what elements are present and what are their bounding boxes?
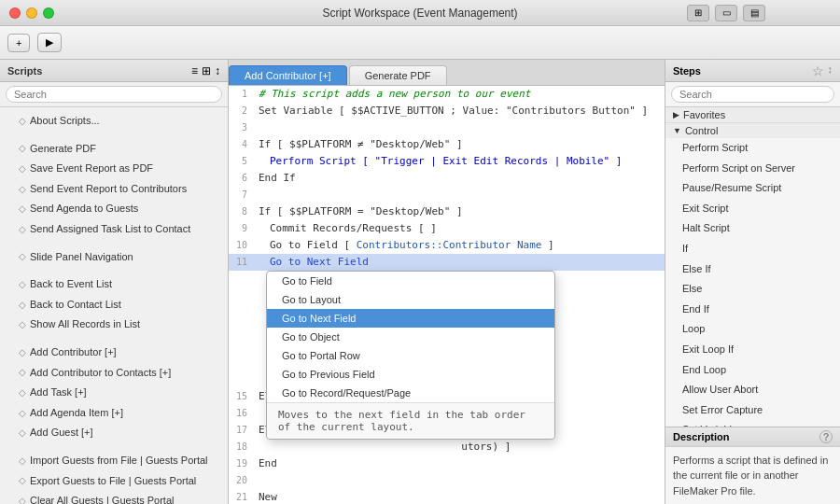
script-icon: ◇ (19, 454, 26, 469)
goto-dropdown[interactable]: Go to Field Go to Layout Go to Next Fiel… (266, 271, 555, 440)
sidebar-item-label: Clear All Guests | Guests Portal (30, 493, 174, 504)
steps-item-perform-script[interactable]: Perform Script (665, 138, 840, 159)
script-icon: ◇ (19, 406, 26, 421)
sidebar-item-send-task[interactable]: ◇ Send Assigned Task List to Contact (0, 219, 228, 240)
script-icon: ◇ (19, 141, 26, 156)
view-icon-3[interactable]: ▤ (743, 5, 765, 21)
sidebar-item-label: Save Event Report as PDF (30, 161, 153, 177)
steps-header-icons: ☆ ↕ (812, 63, 833, 78)
help-icon[interactable]: ? (819, 430, 833, 443)
sort-icon: ↕ (215, 64, 220, 77)
sidebar-item-label: Show All Records in List (30, 316, 140, 333)
sidebar-item-about-scripts[interactable]: ◇ About Scripts... (0, 111, 228, 132)
script-icon: ◇ (19, 426, 26, 441)
sidebar-item-generate-pdf[interactable]: ◇ Generate PDF (0, 139, 228, 160)
sidebar-item-clear-guests[interactable]: ◇ Clear All Guests | Guests Portal (0, 491, 228, 504)
sidebar-item-label: Back to Contact List (30, 297, 121, 314)
sidebar-header-icons: ≡ ⊞ ↕ (191, 64, 220, 77)
sidebar-item-label: About Scripts... (30, 113, 100, 130)
sidebar-item-add-agenda[interactable]: ◇ Add Agenda Item [+] (0, 403, 228, 424)
code-container[interactable]: 1 # This script adds a new person to our… (229, 86, 665, 504)
sidebar-search-input[interactable] (6, 86, 222, 103)
steps-list: ▶ Favorites ▼ Control Perform Script Per… (665, 107, 840, 427)
code-line-11[interactable]: 11 Go to Next Field (229, 254, 665, 271)
add-script-button[interactable]: + (7, 34, 30, 52)
favorites-arrow: ▶ (673, 110, 679, 119)
code-line-2: 2 Set Variable [ $$ACTIVE_BUTTON ; Value… (229, 103, 665, 119)
titlebar-actions: ⊞ ▭ ▤ (687, 5, 765, 21)
script-icon: ◇ (19, 473, 26, 488)
steps-item-else-if[interactable]: Else If (665, 259, 840, 280)
steps-search-input[interactable] (671, 86, 834, 103)
script-icon: ◇ (19, 298, 26, 313)
window-controls (9, 7, 54, 19)
maximize-button[interactable] (43, 7, 54, 19)
script-icon: ◇ (19, 365, 26, 380)
steps-section-favorites-header[interactable]: ▶ Favorites (665, 107, 840, 122)
sidebar-item-label: Add Contributor [+] (30, 344, 117, 361)
view-icon-2[interactable]: ▭ (715, 5, 737, 21)
steps-item-loop[interactable]: Loop (665, 319, 840, 340)
sidebar-item-add-contributor-contacts[interactable]: ◇ Add Contributor to Contacts [+] (0, 363, 228, 384)
list-icon: ≡ (191, 64, 198, 77)
steps-section-control-header[interactable]: ▼ Control (665, 123, 840, 138)
sidebar-item-add-task[interactable]: ◇ Add Task [+] (0, 383, 228, 403)
sidebar-item-show-all[interactable]: ◇ Show All Records in List (0, 315, 228, 335)
tab-label-add-contributor: Add Contributor [+] (245, 70, 331, 81)
editor-area: Add Contributor [+] Generate PDF 1 # Thi… (229, 60, 665, 504)
sidebar-item-back-contact[interactable]: ◇ Back to Contact List (0, 295, 228, 315)
sidebar-item-send-agenda[interactable]: ◇ Send Agenda to Guests (0, 199, 228, 219)
steps-item-if[interactable]: If (665, 239, 840, 259)
sidebar-item-export-guests[interactable]: ◇ Export Guests to File | Guests Portal (0, 471, 228, 492)
dropdown-item-goto-field[interactable]: Go to Field (267, 272, 554, 290)
minimize-button[interactable] (26, 7, 37, 19)
tab-generate-pdf[interactable]: Generate PDF (349, 65, 447, 85)
steps-item-pause-resume[interactable]: Pause/Resume Script (665, 178, 840, 199)
steps-item-allow-user-abort[interactable]: Allow User Abort (665, 380, 840, 400)
favorites-label: Favorites (683, 109, 725, 120)
dropdown-item-goto-object[interactable]: Go to Object (267, 328, 554, 346)
dropdown-item-goto-layout[interactable]: Go to Layout (267, 290, 554, 309)
tab-label-generate-pdf: Generate PDF (365, 70, 431, 81)
close-button[interactable] (9, 7, 21, 19)
script-icon: ◇ (19, 222, 26, 237)
sidebar-search-container (0, 82, 228, 107)
control-arrow: ▼ (673, 126, 681, 135)
steps-item-perform-script-server[interactable]: Perform Script on Server (665, 159, 840, 179)
script-icon-about: ◇ (19, 114, 26, 129)
sidebar-item-back-event[interactable]: ◇ Back to Event List (0, 274, 228, 295)
dropdown-item-goto-record[interactable]: Go to Record/Request/Page (267, 384, 554, 402)
sidebar-item-slide-panel[interactable]: ◇ Slide Panel Navigation (0, 247, 228, 268)
tab-add-contributor[interactable]: Add Contributor [+] (229, 65, 347, 85)
code-line-8: 8 If [ $$PLATFORM = "Desktop/Web" ] (229, 203, 665, 220)
run-script-button[interactable]: ▶ (37, 33, 62, 52)
code-line-7: 7 (229, 187, 665, 203)
toolbar: + ▶ (0, 26, 840, 60)
steps-panel: Steps ☆ ↕ ▶ Favorites ▼ Control (665, 60, 840, 504)
steps-item-exit-script[interactable]: Exit Script (665, 199, 840, 219)
steps-item-halt-script[interactable]: Halt Script (665, 218, 840, 239)
code-line-3: 3 (229, 119, 665, 136)
sidebar-item-save-report[interactable]: ◇ Save Event Report as PDF (0, 159, 228, 179)
script-icon: ◇ (19, 182, 26, 197)
steps-item-end-if[interactable]: End If (665, 300, 840, 320)
dropdown-item-goto-prev-field[interactable]: Go to Previous Field (267, 365, 554, 384)
sidebar-item-label: Back to Event List (30, 276, 112, 293)
script-icon: ◇ (19, 494, 26, 504)
sidebar-list: ◇ About Scripts... ◇ Generate PDF ◇ Save… (0, 107, 228, 504)
view-icon-1[interactable]: ⊞ (687, 5, 709, 21)
steps-item-set-error-capture[interactable]: Set Error Capture (665, 400, 840, 421)
steps-item-exit-loop-if[interactable]: Exit Loop If (665, 340, 840, 360)
sidebar-item-add-guest[interactable]: ◇ Add Guest [+] (0, 423, 228, 443)
sidebar-item-send-report[interactable]: ◇ Send Event Report to Contributors (0, 179, 228, 200)
sidebar-item-label: Send Event Report to Contributors (30, 181, 187, 198)
dropdown-item-goto-next-field[interactable]: Go to Next Field (267, 309, 554, 328)
script-icon: ◇ (19, 161, 26, 176)
sidebar-item-label: Add Contributor to Contacts [+] (30, 365, 171, 382)
description-body: Performs a script that is defined in the… (665, 447, 840, 505)
steps-item-end-loop[interactable]: End Loop (665, 360, 840, 381)
dropdown-item-goto-portal-row[interactable]: Go to Portal Row (267, 346, 554, 365)
steps-item-else[interactable]: Else (665, 279, 840, 300)
sidebar-item-add-contributor[interactable]: ◇ Add Contributor [+] (0, 343, 228, 363)
sidebar-item-import-guests[interactable]: ◇ Import Guests from File | Guests Porta… (0, 451, 228, 471)
